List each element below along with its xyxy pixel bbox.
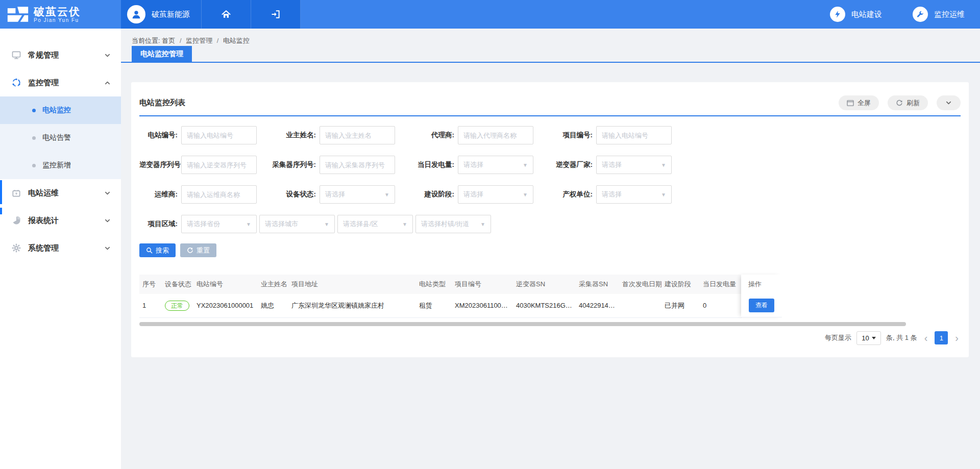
network-icon: [11, 78, 21, 88]
total-count-label: 条, 共 1 条: [886, 333, 917, 342]
logo-subtitle: Po Jian Yun Fu: [34, 17, 81, 23]
sidebar-item-report-stats[interactable]: 报表统计: [0, 207, 121, 234]
inverter-sn-input[interactable]: [181, 156, 257, 174]
cell-type: 租赁: [416, 294, 452, 317]
chevron-down-icon: [104, 245, 111, 252]
reset-button[interactable]: 重置: [180, 243, 216, 257]
station-table: 序号 设备状态 电站编号 业主姓名 项目地址 电站类型 项目编号 逆变器SN 采…: [139, 275, 782, 318]
caret-down-icon: ▼: [246, 221, 251, 227]
per-page-label: 每页显示: [825, 333, 851, 342]
cell-project-no: XM2023061100001: [452, 294, 513, 317]
refresh-icon: [896, 100, 903, 107]
bullet-icon: [32, 164, 36, 167]
cell-station-no: YX2023061000001: [193, 294, 258, 317]
sidebar-scrollbar[interactable]: [0, 208, 2, 214]
logo-icon: [7, 6, 29, 23]
cell-index: 1: [139, 294, 162, 317]
tab-bar: 电站监控管理: [121, 46, 980, 63]
caret-down-icon: [872, 337, 876, 339]
fullscreen-icon: [847, 100, 854, 106]
battery-icon: [11, 188, 21, 198]
logo-title: 破茧云伏: [34, 6, 81, 17]
breadcrumb-home[interactable]: 首页: [162, 37, 175, 44]
sidebar-item-station-alarm[interactable]: 电站告警: [0, 124, 121, 152]
pie-icon: [11, 215, 21, 226]
cell-inverter-sn: 4030KMTS216G0213...: [513, 294, 576, 317]
logout-button[interactable]: [251, 0, 301, 29]
caret-down-icon: ▼: [324, 221, 329, 227]
sidebar-scrollbar[interactable]: [0, 180, 2, 204]
table-header-row: 序号 设备状态 电站编号 业主姓名 项目地址 电站类型 项目编号 逆变器SN 采…: [139, 275, 742, 294]
caret-down-icon: ▼: [480, 221, 485, 227]
chevron-down-icon: [104, 217, 111, 224]
sidebar-item-monitor-mgmt[interactable]: 监控管理: [0, 69, 121, 96]
cell-owner: 姚忠: [258, 294, 288, 317]
reset-icon: [187, 247, 193, 254]
station-no-input[interactable]: [181, 126, 257, 144]
cell-stage: 已并网: [662, 294, 700, 317]
cell-address: 广东深圳龙华区观澜镇姚家庄村: [288, 294, 416, 317]
home-button[interactable]: [202, 0, 251, 29]
avatar: [127, 5, 145, 23]
property-unit-select[interactable]: 请选择 ▼: [596, 185, 672, 204]
breadcrumb-station-monitor[interactable]: 电站监控: [223, 37, 250, 44]
caret-down-icon: ▼: [661, 162, 666, 168]
panel-title-underline: [139, 115, 961, 116]
wrench-icon: [916, 10, 924, 18]
province-select[interactable]: 请选择省份 ▼: [181, 215, 257, 233]
device-status-select[interactable]: 请选择 ▼: [320, 185, 395, 204]
sidebar-item-system-mgmt[interactable]: 系统管理: [0, 234, 121, 262]
collapse-panel-button[interactable]: [937, 95, 961, 110]
agent-input[interactable]: [458, 126, 533, 144]
horizontal-scrollbar[interactable]: [139, 322, 906, 326]
tab-station-monitor-mgmt[interactable]: 电站监控管理: [132, 46, 192, 62]
fullscreen-button[interactable]: 全屏: [839, 95, 879, 110]
daily-power-select[interactable]: 请选择 ▼: [458, 156, 533, 174]
table-row: 1 正常 YX2023061000001 姚忠 广东深圳龙华区观澜镇姚家庄村 租…: [139, 294, 742, 317]
breadcrumb-monitor-mgmt[interactable]: 监控管理: [186, 37, 212, 44]
pagination: 每页显示 10 条, 共 1 条 ‹ 1 ›: [139, 331, 961, 345]
next-page-button[interactable]: ›: [953, 333, 961, 343]
app-header: 破茧云伏 Po Jian Yun Fu 破茧新能源: [0, 0, 980, 29]
ops-vendor-input[interactable]: [181, 185, 257, 204]
cell-first-power-date: [619, 294, 662, 317]
gear-icon: [11, 243, 21, 253]
caret-down-icon: ▼: [661, 192, 666, 198]
search-icon: [146, 247, 153, 254]
monitor-icon: [11, 50, 21, 60]
page-number-button[interactable]: 1: [935, 331, 948, 344]
city-select[interactable]: 请选择城市 ▼: [259, 215, 335, 233]
panel-station-monitor-list: 电站监控列表 全屏 刷新: [131, 82, 969, 357]
breadcrumb: 当前位置: 首页 / 监控管理 / 电站监控: [121, 29, 980, 46]
exit-icon: [271, 9, 281, 19]
app-logo[interactable]: 破茧云伏 Po Jian Yun Fu: [0, 0, 121, 29]
sidebar-item-station-monitor[interactable]: 电站监控: [0, 96, 121, 124]
status-badge: 正常: [165, 301, 189, 311]
main-content: 当前位置: 首页 / 监控管理 / 电站监控 电站监控管理 电站监控列表 全屏: [121, 29, 980, 469]
company-name: 破茧新能源: [152, 10, 190, 19]
sidebar-item-station-ops[interactable]: 电站运维: [0, 179, 121, 207]
sidebar-item-general-mgmt[interactable]: 常规管理: [0, 41, 121, 69]
owner-name-input[interactable]: [320, 126, 395, 144]
per-page-select[interactable]: 10: [856, 331, 881, 345]
search-button[interactable]: 搜索: [139, 243, 176, 257]
chevron-down-icon: [104, 52, 111, 59]
caret-down-icon: ▼: [523, 192, 528, 198]
nav-station-build[interactable]: 电站建设: [830, 7, 882, 22]
panel-title: 电站监控列表: [139, 98, 185, 108]
town-select[interactable]: 请选择村镇/街道 ▼: [415, 215, 491, 233]
cell-collector-sn: 40422914A3...: [576, 294, 619, 317]
view-button[interactable]: 查看: [749, 299, 774, 312]
county-select[interactable]: 请选择县/区 ▼: [337, 215, 413, 233]
collector-sn-input[interactable]: [320, 156, 395, 174]
build-stage-select[interactable]: 请选择 ▼: [458, 185, 533, 204]
prev-page-button[interactable]: ‹: [922, 333, 930, 343]
inverter-vendor-select[interactable]: 请选择 ▼: [596, 156, 672, 174]
sidebar-item-monitor-add[interactable]: 监控新增: [0, 152, 121, 179]
chevron-up-icon: [104, 80, 111, 86]
refresh-button[interactable]: 刷新: [888, 95, 928, 110]
project-no-input[interactable]: [596, 126, 672, 144]
user-menu[interactable]: 破茧新能源: [121, 0, 202, 29]
user-icon: [131, 9, 142, 20]
nav-monitor-ops[interactable]: 监控运维: [913, 7, 965, 22]
